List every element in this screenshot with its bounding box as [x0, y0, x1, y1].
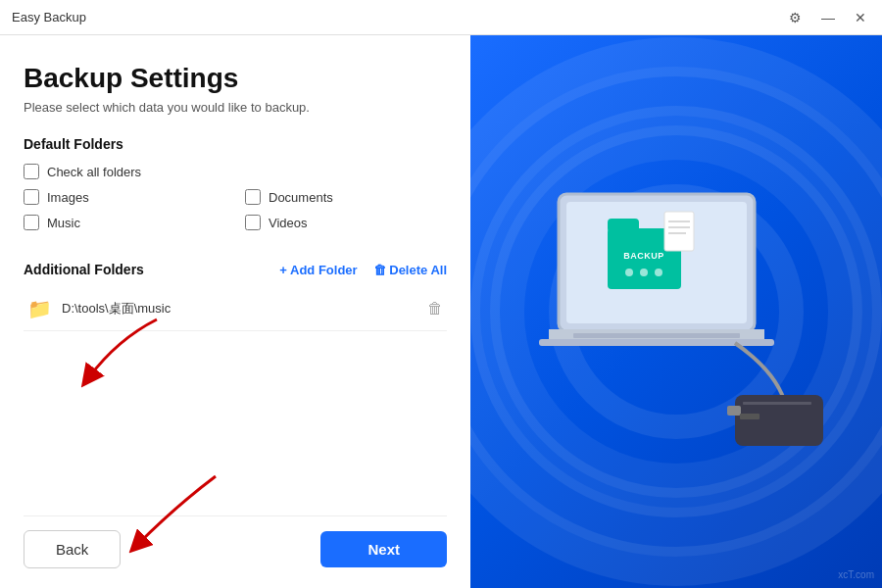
music-checkbox[interactable]: [24, 215, 39, 230]
images-checkbox[interactable]: [24, 189, 39, 205]
svg-rect-10: [664, 212, 694, 251]
svg-rect-18: [727, 406, 741, 416]
images-row: Images: [24, 189, 225, 205]
title-bar: Easy Backup ⚙ — ✕: [0, 0, 882, 35]
music-row: Music: [24, 215, 225, 230]
folder-item: 📁 D:\tools\桌面\music 🗑: [24, 287, 447, 331]
svg-point-7: [625, 269, 633, 276]
app-title: Easy Backup: [12, 10, 86, 24]
folder-list: 📁 D:\tools\桌面\music 🗑: [24, 287, 447, 515]
folder-delete-button[interactable]: 🗑: [427, 300, 443, 318]
page-subtitle: Please select which data you would like …: [24, 100, 447, 115]
folder-item-icon: 📁: [27, 297, 52, 320]
delete-all-button[interactable]: 🗑 Delete All: [373, 263, 447, 277]
svg-rect-19: [743, 402, 811, 405]
folder-item-left: 📁 D:\tools\桌面\music: [27, 297, 171, 320]
svg-rect-20: [740, 414, 760, 419]
window-controls: ⚙ — ✕: [785, 8, 870, 27]
svg-text:BACKUP: BACKUP: [623, 251, 664, 261]
bottom-bar: Back Next: [24, 515, 447, 568]
documents-checkbox[interactable]: [245, 189, 261, 205]
svg-point-9: [655, 269, 662, 276]
folder-item-path: D:\tools\桌面\music: [62, 300, 171, 318]
check-all-checkbox[interactable]: [24, 164, 39, 179]
additional-folders-label: Additional Folders: [24, 262, 144, 277]
svg-point-8: [640, 269, 648, 276]
main-layout: Backup Settings Please select which data…: [0, 35, 882, 588]
videos-label: Videos: [269, 216, 308, 230]
right-panel: BACKUP xcT.com: [470, 35, 882, 588]
check-all-row: Check all folders: [24, 164, 447, 179]
videos-row: Videos: [245, 215, 447, 230]
back-button[interactable]: Back: [24, 530, 121, 568]
page-title: Backup Settings: [24, 63, 447, 94]
additional-actions: + Add Folder 🗑 Delete All: [279, 263, 447, 277]
laptop-illustration: BACKUP: [519, 174, 833, 449]
svg-rect-5: [608, 219, 639, 232]
images-label: Images: [47, 190, 89, 205]
folders-grid: Images Documents Music Videos: [24, 189, 447, 240]
svg-rect-16: [573, 333, 740, 338]
check-all-label[interactable]: Check all folders: [47, 165, 141, 179]
music-label: Music: [47, 216, 80, 230]
close-button[interactable]: ✕: [851, 8, 870, 27]
watermark: xcT.com: [838, 569, 874, 580]
left-panel: Backup Settings Please select which data…: [0, 35, 470, 588]
videos-checkbox[interactable]: [245, 215, 261, 230]
documents-label: Documents: [269, 190, 333, 205]
settings-button[interactable]: ⚙: [785, 8, 806, 27]
minimize-button[interactable]: —: [817, 8, 839, 27]
default-folders-label: Default Folders: [24, 136, 447, 152]
documents-row: Documents: [245, 189, 447, 205]
next-button[interactable]: Next: [320, 531, 447, 567]
additional-folders-header: Additional Folders + Add Folder 🗑 Delete…: [24, 262, 447, 277]
add-folder-button[interactable]: + Add Folder: [279, 263, 357, 277]
